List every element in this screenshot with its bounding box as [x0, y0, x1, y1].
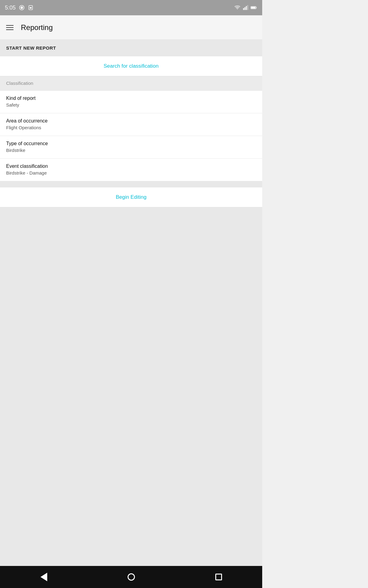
type-of-occurrence-item[interactable]: Type of occurrence Birdstrike — [0, 136, 262, 159]
hamburger-line-3 — [6, 29, 13, 30]
svg-rect-7 — [246, 6, 247, 10]
svg-point-4 — [237, 9, 238, 9]
area-of-occurrence-label: Area of occurrence — [6, 118, 256, 124]
kind-of-report-value: Safety — [6, 102, 256, 107]
app-bar: Reporting — [0, 15, 262, 40]
svg-rect-8 — [247, 5, 248, 10]
svg-rect-6 — [244, 7, 245, 10]
type-of-occurrence-value: Birdstrike — [6, 148, 256, 153]
event-classification-label: Event classification — [6, 164, 256, 169]
search-area: Search for classification — [0, 56, 262, 76]
kind-of-report-item[interactable]: Kind of report Safety — [0, 91, 262, 113]
bottom-nav — [0, 566, 262, 588]
status-bar: 5:05 — [0, 0, 262, 15]
status-bar-icons — [234, 5, 257, 10]
home-icon — [128, 573, 135, 581]
begin-editing-area: Begin Editing — [0, 187, 262, 207]
classification-section-header: Classification — [0, 76, 262, 91]
signal-icon — [243, 5, 249, 10]
svg-point-1 — [21, 6, 23, 9]
type-of-occurrence-label: Type of occurrence — [6, 141, 256, 146]
recent-icon — [215, 574, 222, 580]
back-button[interactable] — [36, 570, 51, 584]
area-of-occurrence-value: Flight Operations — [6, 125, 256, 130]
status-bar-left: 5:05 — [5, 5, 33, 11]
recent-apps-button[interactable] — [211, 570, 226, 584]
start-new-report-label: START NEW REPORT — [6, 45, 56, 51]
wifi-icon — [234, 5, 241, 10]
main-content-fill — [0, 207, 262, 566]
start-new-report-section: START NEW REPORT — [0, 40, 262, 56]
search-classification-link[interactable]: Search for classification — [104, 63, 159, 69]
sim-icon — [28, 5, 33, 11]
home-button[interactable] — [124, 570, 139, 584]
classification-list: Kind of report Safety Area of occurrence… — [0, 91, 262, 181]
hamburger-line-1 — [6, 25, 13, 26]
battery-icon — [251, 6, 257, 10]
pocket-icon — [19, 5, 25, 11]
event-classification-item[interactable]: Event classification Birdstrike - Damage — [0, 159, 262, 181]
status-time: 5:05 — [5, 5, 16, 11]
section-divider — [0, 181, 262, 187]
kind-of-report-label: Kind of report — [6, 96, 256, 101]
classification-header-label: Classification — [6, 81, 33, 86]
hamburger-menu-button[interactable] — [6, 25, 13, 30]
hamburger-line-2 — [6, 27, 13, 28]
back-icon — [40, 573, 47, 581]
svg-rect-3 — [30, 7, 32, 9]
svg-rect-5 — [243, 8, 244, 10]
svg-rect-10 — [251, 7, 255, 9]
page-title: Reporting — [21, 23, 53, 32]
event-classification-value: Birdstrike - Damage — [6, 170, 256, 175]
begin-editing-link[interactable]: Begin Editing — [116, 194, 146, 200]
area-of-occurrence-item[interactable]: Area of occurrence Flight Operations — [0, 113, 262, 136]
